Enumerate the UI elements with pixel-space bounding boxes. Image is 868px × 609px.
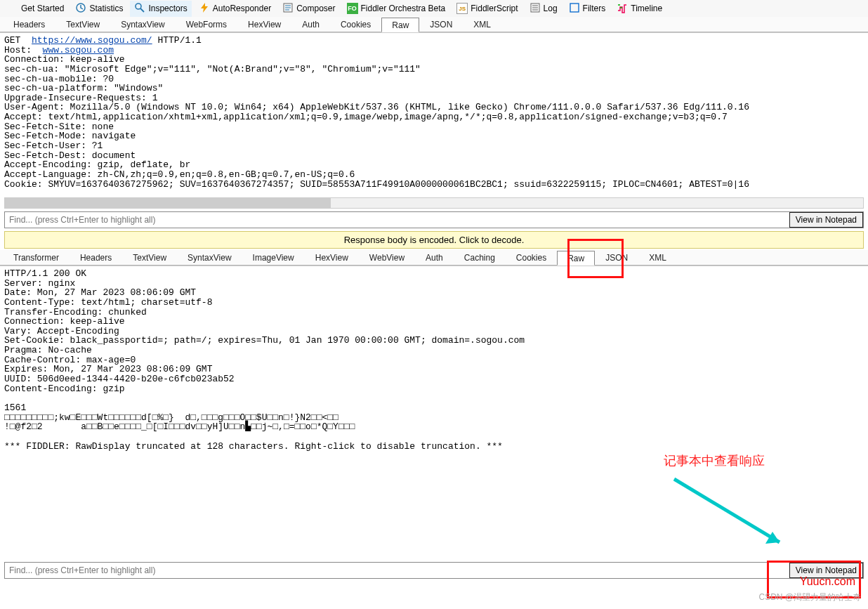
tab-cookies[interactable]: Cookies [506,250,557,265]
tool-fiddlerscript[interactable]: JSFiddlerScript [452,1,522,16]
raw-line: Vary: Accept-Encoding [4,327,864,336]
fo-icon: FO [347,3,358,14]
raw-line: Accept-Encoding: gzip, deflate, br [4,160,864,170]
tab-headers[interactable]: Headers [3,17,55,32]
search-icon [134,2,145,15]
tab-hexview[interactable]: HexView [237,17,291,32]
tool-get-started[interactable]: Get Started [3,1,68,17]
request-raw-view[interactable]: GET https://www.sogou.com/ HTTP/1.1Host:… [0,32,868,197]
tab-syntaxview[interactable]: SyntaxView [177,250,242,265]
raw-line: Host: www.sogou.com [4,46,864,55]
raw-line: sec-ch-ua-platform: "Windows" [4,84,864,93]
tab-raw[interactable]: Raw [381,18,419,32]
tool-label: Statistics [89,4,123,13]
raw-line: HTTP/1.1 200 OK [4,269,864,279]
raw-line: Date: Mon, 27 Mar 2023 08:06:09 GMT [4,288,864,298]
raw-line: UUID: 506d0eed-1344-4420-b20e-c6fcb023ab… [4,374,864,384]
svg-point-1 [136,4,141,9]
raw-line: Server: nginx [4,279,864,289]
find-input[interactable] [5,212,789,228]
tool-label: Composer [296,4,335,13]
start-icon [7,2,18,15]
raw-line: Transfer-Encoding: chunked [4,308,864,317]
tool-label: FiddlerScript [471,4,518,13]
timeline-icon [617,2,628,15]
raw-line: 1561 [4,403,864,413]
tab-auth[interactable]: Auth [291,17,330,32]
request-tabs: HeadersTextViewSyntaxViewWebFormsHexView… [0,17,868,32]
svg-line-2 [140,8,144,12]
raw-line: sec-ch-ua-mobile: ?0 [4,74,864,84]
tab-xml[interactable]: XML [463,17,501,32]
raw-line: *** FIDDLER: RawDisplay truncated at 128… [4,442,864,452]
tool-inspectors[interactable]: Inspectors [130,1,191,17]
tab-syntaxview[interactable]: SyntaxView [110,17,175,32]
yuucn-watermark: Yuucn.com [800,575,855,588]
raw-line: Connection: keep-alive [4,317,864,327]
raw-line: Cookie: SMYUV=1637640367275962; SUV=1637… [4,180,864,190]
raw-line: Set-Cookie: black_passportid=; path=/; e… [4,336,864,346]
raw-line: Expires: Mon, 27 Mar 2023 08:06:09 GMT [4,365,864,374]
tab-xml[interactable]: XML [638,250,677,265]
tool-label: Log [544,4,558,13]
tab-headers[interactable]: Headers [70,250,122,265]
response-tabs: TransformerHeadersTextViewSyntaxViewImag… [0,250,868,266]
compose-icon [282,2,294,15]
tool-label: Filters [583,4,606,13]
raw-line: sec-ch-ua: "Microsoft Edge";v="111", "No… [4,65,864,74]
js-icon: JS [456,3,468,15]
response-raw-view[interactable]: HTTP/1.1 200 OKServer: nginxDate: Mon, 2… [0,266,868,561]
tab-transformer[interactable]: Transformer [3,250,70,265]
tab-json[interactable]: JSON [595,250,638,265]
find-input[interactable] [5,563,789,578]
tab-caching[interactable]: Caching [454,250,506,265]
tool-label: Fiddler Orchestra Beta [361,4,446,13]
tab-hexview[interactable]: HexView [305,250,359,265]
response-find-bar: View in Notepad [4,562,864,579]
log-icon [530,2,541,15]
clock-icon [75,2,86,15]
raw-line: !□@f2□2 a□□B□□e□□□□_□[□I□□□dv□□yH]U□□n▙□… [4,422,864,432]
tool-composer[interactable]: Composer [278,1,339,17]
raw-line: GET https://www.sogou.com/ HTTP/1.1 [4,36,864,46]
raw-line: Cache-Control: max-age=0 [4,355,864,365]
raw-line: Sec-Fetch-User: ?1 [4,141,864,151]
tab-raw[interactable]: Raw [557,251,595,266]
decode-banner[interactable]: Response body is encoded. Click to decod… [4,231,864,249]
view-in-notepad-button[interactable]: View in Notepad [789,212,863,228]
tab-cookies[interactable]: Cookies [330,17,381,32]
request-find-bar: View in Notepad [4,211,864,228]
main-toolbar: Get StartedStatisticsInspectorsAutoRespo… [0,0,868,17]
tool-autoresponder[interactable]: AutoResponder [195,1,275,17]
raw-line: Upgrade-Insecure-Requests: 1 [4,93,864,103]
raw-line: Sec-Fetch-Dest: document [4,151,864,161]
tool-filters[interactable]: Filters [565,1,610,17]
tool-statistics[interactable]: Statistics [71,1,127,17]
raw-line: Accept: text/html,application/xhtml+xml,… [4,112,864,122]
bolt-icon [199,2,210,15]
tab-textview[interactable]: TextView [55,17,110,32]
request-scrollbar-h[interactable] [4,197,864,209]
tool-label: Timeline [631,4,662,13]
raw-line: Sec-Fetch-Site: none [4,122,864,132]
tab-auth[interactable]: Auth [415,250,454,265]
raw-line: Content-Encoding: gzip [4,384,864,394]
tool-label: Inspectors [148,4,187,13]
scrollbar-thumb[interactable] [5,198,331,208]
raw-line: Accept-Language: zh-CN,zh;q=0.9,en;q=0.8… [4,170,864,180]
tool-log[interactable]: Log [525,1,562,17]
raw-line: Connection: keep-alive [4,55,864,65]
tool-label: Get Started [21,4,64,13]
raw-line [4,432,864,442]
tab-json[interactable]: JSON [419,17,463,32]
tool-label: AutoResponder [213,4,271,13]
tab-webview[interactable]: WebView [359,250,415,265]
tab-webforms[interactable]: WebForms [176,17,237,32]
raw-line: User-Agent: Mozilla/5.0 (Windows NT 10.0… [4,103,864,112]
tab-imageview[interactable]: ImageView [242,250,305,265]
tool-fiddler-orchestra-beta[interactable]: FOFiddler Orchestra Beta [343,1,450,15]
raw-line [4,393,864,403]
tab-textview[interactable]: TextView [122,250,177,265]
csdn-watermark: CSDN @渴望力量的哈士奇 [758,591,861,603]
tool-timeline[interactable]: Timeline [612,1,666,17]
